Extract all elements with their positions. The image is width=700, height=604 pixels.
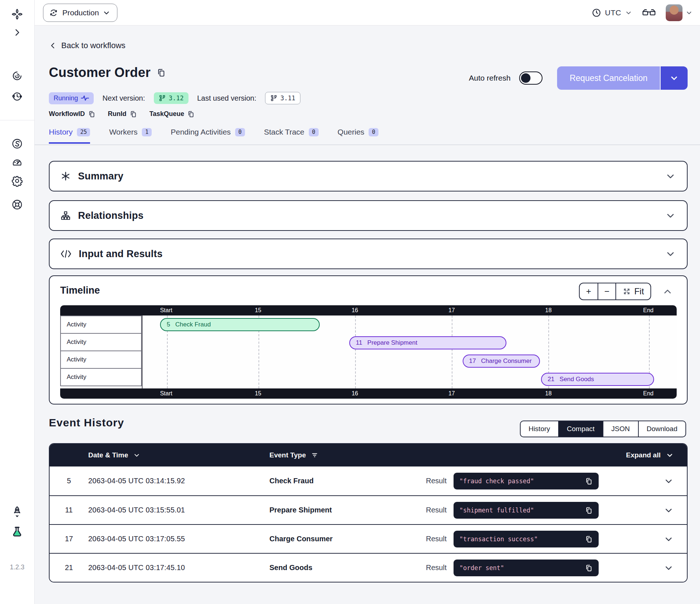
- sidebar-divider: [0, 120, 34, 120]
- timeline-bar-send-goods[interactable]: 21 Send Goods: [541, 373, 654, 386]
- sidebar-expand-chevron-icon[interactable]: [12, 28, 22, 37]
- spiral-icon[interactable]: [11, 70, 23, 82]
- timeline-row-label: Activity: [60, 368, 142, 386]
- page-title: Customer Order: [49, 65, 151, 80]
- copy-icon[interactable]: [585, 506, 593, 514]
- tick-label: Start: [160, 307, 172, 314]
- tab-stack-trace[interactable]: Stack Trace 0: [264, 128, 319, 144]
- result-chip[interactable]: "fraud check passed": [454, 473, 599, 489]
- request-cancelation-main[interactable]: Request Cancelation: [557, 66, 660, 90]
- task-queue-copy[interactable]: TaskQueue: [149, 110, 195, 118]
- view-json-button[interactable]: JSON: [603, 421, 638, 437]
- zoom-out-button[interactable]: −: [598, 283, 615, 299]
- result-chip[interactable]: "transaction success": [454, 531, 599, 547]
- chevron-down-icon[interactable]: [664, 476, 674, 486]
- filter-event-type[interactable]: Event Type: [269, 451, 318, 459]
- fit-button[interactable]: Fit: [615, 283, 650, 299]
- gauge-icon[interactable]: [11, 157, 23, 169]
- event-row[interactable]: 11 2063-04-05 UTC 03:15:55.01 Prepare Sh…: [50, 495, 687, 524]
- chevron-down-icon[interactable]: [664, 505, 674, 515]
- temporal-logo[interactable]: [11, 8, 23, 20]
- copy-icon[interactable]: [156, 68, 166, 77]
- app-version: 1.2.3: [0, 564, 34, 571]
- event-datetime: 2063-04-05 UTC 03:17:05.55: [88, 535, 269, 543]
- event-id: 5: [50, 477, 88, 485]
- sort-date-time[interactable]: Date & Time: [88, 451, 269, 459]
- tab-history[interactable]: History 25: [49, 128, 90, 144]
- glasses-icon[interactable]: [642, 7, 656, 18]
- clock-history-icon[interactable]: [11, 90, 23, 102]
- view-download-button[interactable]: Download: [638, 421, 686, 437]
- timeline-bar-check-fraud[interactable]: 5 Check Fraud: [160, 318, 320, 331]
- section-title: Input and Results: [79, 248, 163, 260]
- run-id-copy[interactable]: RunId: [108, 110, 137, 118]
- bar-event-id: 17: [469, 357, 476, 365]
- event-row[interactable]: 5 2063-04-05 UTC 03:14:15.92 Check Fraud…: [50, 466, 687, 495]
- timeline-bar-prepare-shipment[interactable]: 11 Prepare Shipment: [349, 336, 506, 349]
- filter-icon: [311, 452, 318, 459]
- user-menu[interactable]: [666, 4, 693, 21]
- copy-icon[interactable]: [585, 564, 593, 572]
- clock-icon: [592, 8, 601, 18]
- rocket-icon[interactable]: [11, 506, 23, 518]
- request-cancelation-button: Request Cancelation: [557, 66, 688, 90]
- timeline-title: Timeline: [60, 285, 100, 296]
- tab-workers[interactable]: Workers 1: [109, 128, 152, 144]
- event-row[interactable]: 17 2063-04-05 UTC 03:17:05.55 Charge Con…: [50, 524, 687, 553]
- tab-pending-activities[interactable]: Pending Activities 0: [171, 128, 245, 144]
- view-compact-button[interactable]: Compact: [558, 421, 603, 437]
- event-history-table: Date & Time Event Type Expand all: [49, 443, 688, 582]
- header-actions: Auto refresh Request Cancelation: [469, 66, 688, 90]
- chevron-down-icon: [102, 9, 110, 17]
- copy-icon[interactable]: [585, 535, 593, 543]
- back-to-workflows-link[interactable]: Back to workflows: [49, 41, 125, 50]
- tick-label: 15: [255, 390, 261, 397]
- result-chip[interactable]: "order sent": [454, 560, 599, 576]
- summary-section[interactable]: Summary: [49, 161, 688, 191]
- chevron-down-icon: [665, 210, 676, 221]
- asterisk-icon: [61, 171, 71, 181]
- timeline-scale-bottom: Start 15 16 17 18 End: [60, 388, 677, 399]
- timeline-bar-charge-consumer[interactable]: 17 Charge Consumer: [463, 355, 540, 368]
- chevron-down-icon: [666, 451, 674, 459]
- timeline-scale-top: Start 15 16 17 18 End: [60, 305, 677, 315]
- sidebar: 1.2.3: [0, 0, 35, 604]
- expand-all-label: Expand all: [626, 451, 661, 459]
- result-label: Result: [426, 564, 447, 572]
- lifebuoy-icon[interactable]: [11, 199, 23, 210]
- event-id: 11: [50, 506, 88, 514]
- chevron-down-icon[interactable]: [664, 563, 674, 573]
- tick-label: 16: [351, 307, 358, 314]
- expand-all-button[interactable]: Expand all: [626, 451, 674, 459]
- auto-refresh-toggle[interactable]: [519, 71, 542, 85]
- timezone-selector[interactable]: UTC: [592, 8, 632, 18]
- copy-icon[interactable]: [585, 477, 593, 485]
- chevron-up-icon[interactable]: [662, 286, 673, 297]
- timezone-label: UTC: [605, 8, 621, 17]
- next-version-badge: 3.12: [154, 92, 188, 104]
- section-title: Relationships: [78, 210, 144, 221]
- zoom-in-button[interactable]: +: [580, 283, 598, 299]
- bar-label: Send Goods: [560, 376, 594, 383]
- status-row: Running Next version: 3.12 Last used ver…: [49, 92, 300, 104]
- flask-icon[interactable]: [11, 526, 23, 538]
- gear-icon[interactable]: [11, 175, 23, 187]
- fit-label: Fit: [634, 286, 644, 297]
- timeline-body: Activity Activity Activity Activity 5: [60, 315, 677, 388]
- result-chip[interactable]: "shipment fulfilled": [454, 502, 599, 519]
- view-history-button[interactable]: History: [521, 421, 558, 437]
- input-and-results-section[interactable]: Input and Results: [49, 239, 688, 269]
- event-id: 17: [50, 535, 88, 543]
- request-cancelation-dropdown[interactable]: [660, 66, 688, 90]
- last-used-version-label: Last used version:: [197, 94, 256, 102]
- tab-count-badge: 0: [309, 128, 319, 136]
- chevron-down-icon[interactable]: [664, 534, 674, 544]
- workflow-id-copy[interactable]: WorkflowID: [49, 110, 96, 118]
- namespace-icon[interactable]: [11, 138, 23, 150]
- environment-selector[interactable]: Production: [43, 4, 117, 22]
- code-icon: [61, 249, 71, 259]
- tick-label: End: [643, 390, 653, 397]
- event-row[interactable]: 21 2063-04-05 UTC 03:17:45.10 Send Goods…: [50, 553, 687, 582]
- relationships-section[interactable]: Relationships: [49, 200, 688, 231]
- tab-queries[interactable]: Queries 0: [338, 128, 379, 144]
